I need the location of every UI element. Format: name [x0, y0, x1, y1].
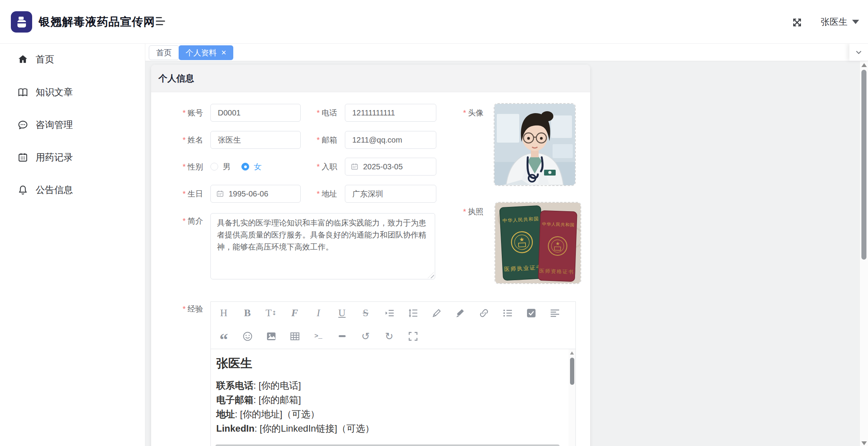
card-title: 个人信息: [158, 72, 194, 84]
editor-horizontal-scrollbar-thumb[interactable]: [215, 444, 560, 446]
fullscreen-icon[interactable]: [791, 17, 803, 28]
license-certificates-image: 中华人民共和国 ★ 医师执业证书 中华人民共和国 ★: [495, 203, 580, 283]
username: 张医生: [821, 16, 847, 28]
tab-bar: 首页 个人资料 ×: [145, 44, 868, 61]
radio-female-circle-icon: [241, 163, 249, 170]
svg-text:★: ★: [555, 241, 560, 246]
indent-icon[interactable]: [384, 308, 394, 318]
undo-icon[interactable]: ↺: [360, 331, 371, 341]
svg-text:★: ★: [519, 236, 524, 243]
label-account: *账号: [151, 104, 203, 122]
sidebar-item-articles[interactable]: 知识文章: [0, 81, 145, 103]
label-gender: *性别: [151, 158, 203, 176]
sidebar-item-medication-records[interactable]: 用药记录: [0, 146, 145, 168]
strikethrough-icon[interactable]: S: [360, 308, 371, 318]
user-menu[interactable]: 张医生: [821, 0, 859, 44]
phone-input[interactable]: [345, 104, 436, 122]
doctor-avatar-image: [494, 104, 575, 185]
home-icon: [17, 54, 28, 65]
sidebar-item-home[interactable]: 首页: [0, 48, 145, 70]
rich-text-editor: H B T↕ F I U S: [210, 301, 576, 446]
label-phone: *电话: [287, 104, 337, 122]
app-window: 银翘解毒液药品宣传网 张医生 首页: [0, 0, 868, 446]
bold-icon[interactable]: B: [242, 308, 253, 318]
sidebar-item-consultations[interactable]: 咨询管理: [0, 114, 145, 136]
label-license: *执照: [463, 203, 484, 220]
highlight-brush-icon[interactable]: [455, 308, 465, 318]
medicine-bottle-icon: [15, 15, 28, 29]
address-input[interactable]: [345, 185, 436, 203]
book-icon: [17, 87, 28, 98]
editor-scrollbar-thumb[interactable]: [570, 358, 574, 385]
hire-date-picker[interactable]: 2025-03-05: [345, 158, 436, 176]
chevron-down-icon: [854, 48, 863, 57]
radio-male[interactable]: 男: [210, 162, 231, 172]
line-height-icon[interactable]: [408, 308, 418, 318]
font-family-icon[interactable]: F: [289, 308, 300, 318]
menu-collapse-icon[interactable]: [156, 17, 167, 27]
editor-line: 联系电话: [你的电话]: [216, 381, 575, 390]
label-birthday: *生日: [151, 185, 203, 203]
avatar-upload-image[interactable]: [494, 103, 576, 186]
intro-textarea[interactable]: 具备扎实的医学理论知识和丰富的临床实践能力，致力于为患者提供高质量的医疗服务。具…: [210, 213, 435, 279]
editor-content[interactable]: 张医生 联系电话: [你的电话] 电子邮箱: [你的邮箱] 地址: [你的地址]…: [211, 349, 575, 446]
sidebar: 首页 知识文章 咨询管理 用药记录: [0, 44, 145, 446]
label-avatar: *头像: [463, 104, 484, 122]
emoji-icon[interactable]: [242, 331, 253, 341]
scroll-down-icon[interactable]: [861, 441, 867, 445]
font-size-icon[interactable]: T↕: [266, 308, 276, 318]
app-title: 银翘解毒液药品宣传网: [39, 0, 155, 44]
link-icon[interactable]: [479, 308, 489, 318]
label-hire-date: *入职: [287, 158, 337, 176]
calendar-icon: [17, 152, 28, 163]
scroll-up-icon[interactable]: [861, 63, 867, 67]
label-intro: *简介: [151, 216, 203, 226]
quote-icon[interactable]: “: [219, 331, 229, 341]
code-block-icon[interactable]: >_: [313, 331, 324, 341]
label-email: *邮箱: [287, 131, 337, 149]
redo-icon[interactable]: ↻: [384, 331, 394, 341]
tab-home[interactable]: 首页: [149, 45, 179, 60]
editor-line: LinkedIn: [你的LinkedIn链接]（可选）: [216, 424, 575, 433]
label-experience: *经验: [151, 304, 203, 313]
editor-scrollbar-track[interactable]: [568, 349, 575, 446]
bulleted-list-icon[interactable]: [502, 308, 513, 318]
top-header: 银翘解毒液药品宣传网 张医生: [0, 0, 868, 44]
main-content: 个人信息 *账号 *电话 *姓名 *邮箱 *性别: [145, 61, 859, 446]
chevron-down-icon: [852, 20, 859, 24]
label-name: *姓名: [151, 131, 203, 149]
align-icon[interactable]: [549, 308, 560, 318]
editor-toolbar: H B T↕ F I U S: [211, 302, 575, 349]
pen-icon[interactable]: [431, 308, 442, 318]
app-logo[interactable]: [11, 11, 32, 33]
calendar-icon: [351, 163, 358, 170]
header-icon[interactable]: H: [219, 308, 229, 318]
sidebar-item-announcements[interactable]: 公告信息: [0, 179, 145, 201]
calendar-icon: [216, 190, 224, 198]
card-header: 个人信息: [151, 65, 590, 92]
todo-list-icon[interactable]: [526, 308, 536, 318]
gender-radio-group: 男 女: [210, 158, 262, 176]
editor-heading: 张医生: [216, 355, 575, 372]
editor-fullscreen-icon[interactable]: [408, 331, 418, 341]
tab-options-button[interactable]: [849, 44, 868, 61]
divider-icon[interactable]: [337, 331, 347, 341]
scroll-up-icon[interactable]: [570, 351, 574, 355]
table-icon[interactable]: [289, 331, 300, 341]
bell-icon: [17, 184, 28, 195]
svg-text:医师资格证书: 医师资格证书: [539, 268, 574, 275]
chat-icon: [17, 119, 28, 130]
license-upload-image[interactable]: 中华人民共和国 ★ 医师执业证书 中华人民共和国 ★: [494, 202, 581, 284]
tab-close-icon[interactable]: ×: [221, 48, 226, 57]
editor-line: 电子邮箱: [你的邮箱]: [216, 395, 575, 405]
tab-profile-active[interactable]: 个人资料 ×: [179, 45, 233, 60]
italic-icon[interactable]: I: [313, 308, 324, 318]
image-icon[interactable]: [266, 331, 276, 341]
label-address: *地址: [287, 185, 337, 203]
underline-icon[interactable]: U: [337, 308, 347, 318]
window-scrollbar-thumb[interactable]: [861, 70, 866, 260]
email-input[interactable]: [345, 131, 436, 149]
radio-female[interactable]: 女: [241, 162, 262, 172]
birthday-value: 1995-06-06: [229, 189, 268, 198]
radio-male-circle-icon: [210, 163, 218, 170]
